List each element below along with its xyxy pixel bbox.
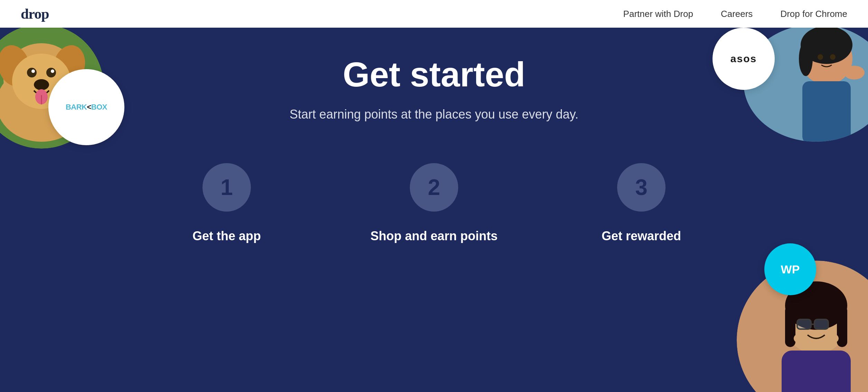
svg-point-17 [799,41,813,76]
svg-point-31 [825,333,839,344]
svg-rect-26 [837,306,847,347]
step-2: 2 Shop and earn points [330,163,538,243]
step-1-number: 1 [220,175,233,200]
svg-rect-23 [782,351,851,392]
step-2-number: 2 [428,175,440,200]
hero-section: BARK<BOX asos Get started Start earning … [0,0,868,392]
nav-chrome[interactable]: Drop for Chrome [780,9,847,19]
wp-logo: WP [781,263,800,276]
svg-point-19 [830,54,836,60]
svg-rect-27 [797,319,811,329]
svg-point-30 [794,333,808,344]
nav-careers[interactable]: Careers [721,9,753,19]
step-1: 1 Get the app [123,163,330,243]
step-3-number: 3 [635,175,648,200]
step-2-label: Shop and earn points [370,229,498,243]
svg-point-7 [46,68,56,77]
step-2-circle: 2 [410,163,458,212]
header: drop Partner with Drop Careers Drop for … [0,0,868,28]
nav-partner[interactable]: Partner with Drop [623,9,693,19]
step-3-circle: 3 [617,163,666,212]
svg-point-8 [31,69,35,73]
svg-rect-25 [785,306,795,347]
wp-badge: WP [764,243,816,295]
nav: Partner with Drop Careers Drop for Chrom… [623,9,847,19]
hero-title: Get started [343,55,525,93]
steps-container: 1 Get the app 2 Shop and earn points 3 G… [0,163,868,243]
barkbox-badge: BARK<BOX [48,69,124,145]
hero-subtitle: Start earning points at the places you u… [290,107,578,122]
svg-point-18 [818,54,823,60]
step-3-label: Get rewarded [602,229,681,243]
asos-badge: asos [713,28,775,90]
svg-point-9 [51,69,54,73]
svg-rect-15 [802,81,851,142]
logo[interactable]: drop [21,6,49,22]
asos-logo: asos [730,53,757,65]
svg-point-6 [27,68,37,77]
svg-point-10 [34,79,49,90]
svg-rect-28 [814,319,828,329]
barkbox-logo: BARK<BOX [66,103,107,112]
svg-point-20 [844,66,865,80]
step-1-circle: 1 [202,163,251,212]
step-3: 3 Get rewarded [538,163,745,243]
step-1-label: Get the app [192,229,261,243]
